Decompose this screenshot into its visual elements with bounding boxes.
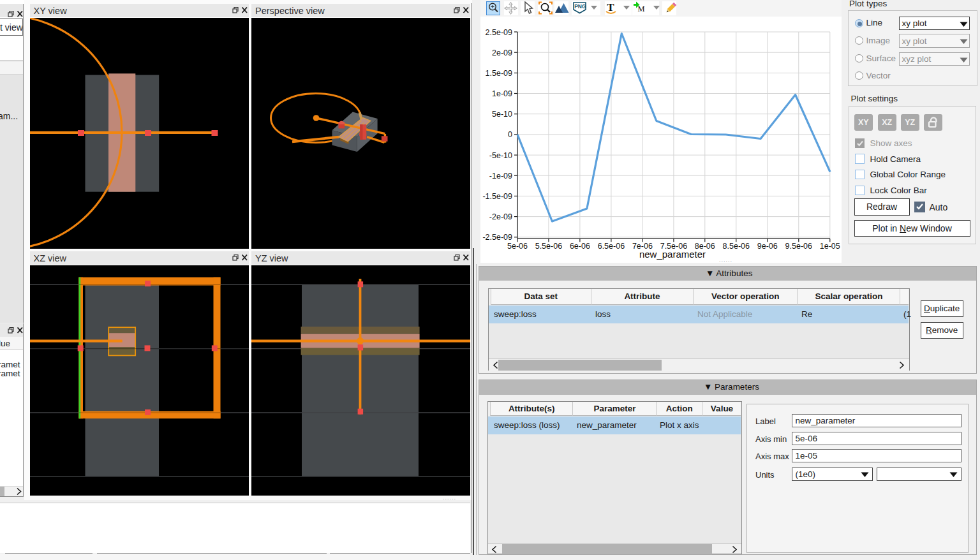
svg-text:6e-06: 6e-06 [569,242,590,251]
svg-text:9.5e-06: 9.5e-06 [785,242,812,251]
svg-text:new_parameter: new_parameter [639,249,705,260]
svg-text:1.5e-09: 1.5e-09 [485,69,512,78]
svg-text:2e-09: 2e-09 [492,48,512,57]
svg-text:-2.5e-09: -2.5e-09 [482,233,512,242]
svg-text:-5e-10: -5e-10 [489,151,512,160]
svg-text:8.5e-06: 8.5e-06 [722,242,749,251]
svg-text:5.5e-06: 5.5e-06 [535,242,561,251]
svg-text:5e-06: 5e-06 [507,242,528,251]
svg-text:-1.5e-09: -1.5e-09 [482,192,512,201]
svg-text:2.5e-09: 2.5e-09 [485,28,512,37]
svg-text:9e-06: 9e-06 [757,242,777,251]
svg-text:-2e-09: -2e-09 [489,212,512,221]
svg-text:-1e-09: -1e-09 [489,172,512,181]
svg-text:1e-09: 1e-09 [492,89,512,98]
svg-text:1e-05: 1e-05 [819,242,840,251]
svg-text:6.5e-06: 6.5e-06 [597,242,624,251]
svg-text:5e-10: 5e-10 [492,110,512,119]
svg-text:0: 0 [508,130,512,139]
